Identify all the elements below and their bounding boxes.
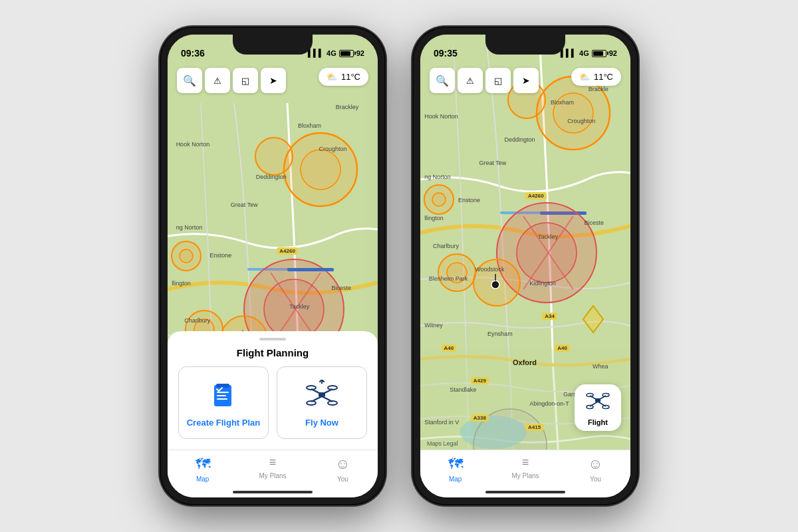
svg-point-4 [255,138,293,175]
svg-rect-19 [216,384,229,388]
phone-screen-left: Bloxham Brackley Hook Norton Croughton D… [168,35,378,497]
bottom-panel-left: Flight Planning Create [168,331,378,450]
svg-point-60 [602,394,609,397]
battery-left [339,50,354,57]
panel-title-left: Flight Planning [168,340,378,366]
create-plan-icon [207,378,240,411]
status-icons-left: ▍▍▍ 4G 92 [308,49,364,58]
road-badge-a429-r: A429 [471,377,489,384]
battery-right [592,50,606,57]
tab-you-right[interactable]: ☺ You [561,456,630,483]
layers-icon-right: ◱ [494,76,502,86]
panel-buttons-left: Create Flight Plan [168,366,378,450]
svg-point-49 [491,281,499,289]
signal-bars-right: ▍▍▍ [561,49,577,58]
notch-left [233,35,313,55]
svg-rect-21 [217,395,226,396]
toolbar-right: 🔍 ⚠ ◱ ➤ [430,68,539,93]
tab-plans-left[interactable]: ≡ My Plans [237,456,307,479]
road-badge-a34-r: A34 [542,313,557,320]
road-badge-a4260-r: A4260 [525,192,547,200]
road-badge-a415-r: A415 [525,424,543,431]
home-indicator-right [485,491,565,493]
network-type-left: 4G [327,49,336,57]
toolbar-left: 🔍 ⚠ ◱ ➤ [177,68,286,93]
filter-button-right[interactable]: ⚠ [458,68,483,93]
tab-you-left[interactable]: ☺ You [308,456,378,483]
left-phone: Bloxham Brackley Hook Norton Croughton D… [160,27,386,505]
navigate-icon-left: ➤ [269,75,277,86]
map-tab-icon-right: 🗺 [448,456,463,473]
layers-icon-left: ◱ [241,76,249,86]
svg-point-28 [307,386,316,390]
battery-pct-right: 92 [609,49,617,57]
fly-now-label: Fly Now [305,418,338,428]
flight-fab-label: Flight [588,418,608,426]
signal-bars-left: ▍▍▍ [308,49,324,58]
create-flight-plan-label: Create Flight Plan [187,418,261,428]
filter-icon-right: ⚠ [466,76,474,86]
weather-temp-left: 11°C [341,72,360,82]
svg-point-46 [517,223,577,283]
you-tab-label-left: You [337,475,348,483]
tab-plans-right[interactable]: ≡ My Plans [490,456,560,479]
battery-pct-left: 92 [356,49,364,57]
svg-rect-17 [287,268,334,271]
svg-point-38 [553,93,593,133]
weather-icon-left: ⛅ [327,72,337,82]
plans-tab-icon-left: ≡ [269,456,277,469]
search-button-left[interactable]: 🔍 [177,68,202,93]
svg-point-3 [301,150,340,190]
tab-map-right[interactable]: 🗺 Map [420,456,490,483]
flight-fab-icon-container [586,389,610,416]
status-time-left: 09:36 [181,48,205,59]
svg-point-30 [307,401,316,405]
svg-point-43 [447,263,467,283]
navigate-button-left[interactable]: ➤ [261,68,286,93]
search-icon-right: 🔍 [436,74,449,87]
svg-point-41 [432,193,446,206]
road-badge-a4260: A4260 [277,247,298,255]
fly-now-icon [305,378,338,411]
search-icon-left: 🔍 [183,74,196,87]
svg-point-6 [180,249,193,263]
search-button-right[interactable]: 🔍 [430,68,455,93]
svg-rect-22 [217,398,227,400]
svg-rect-20 [217,392,229,393]
svg-point-29 [328,386,337,390]
svg-point-61 [587,406,593,409]
layers-button-right[interactable]: ◱ [485,68,511,93]
plans-tab-icon-right: ≡ [522,456,529,469]
fly-now-button[interactable]: Fly Now [277,366,367,439]
weather-widget-left[interactable]: ⛅ 11°C [319,68,368,86]
tab-map-left[interactable]: 🗺 Map [168,456,237,483]
plans-tab-label-left: My Plans [259,472,286,479]
filter-button-left[interactable]: ⚠ [205,68,230,93]
svg-point-59 [587,394,593,397]
home-indicator-left [233,491,313,493]
map-tab-label-left: Map [196,475,209,483]
phone-screen-right: Bloxham Brackle Hook Norton Croughton De… [420,35,630,497]
layers-button-left[interactable]: ◱ [233,68,258,93]
weather-icon-right: ⛅ [579,72,590,82]
map-tab-label-right: Map [449,475,462,483]
map-attribution-right: Maps Legal [427,440,458,447]
svg-point-62 [602,406,609,409]
you-tab-icon-right: ☺ [588,456,602,473]
create-flight-plan-button[interactable]: Create Flight Plan [178,366,269,439]
road-badge-a40b-r: A40 [555,344,570,352]
you-tab-label-right: You [590,475,601,483]
notch-right [485,35,565,55]
svg-point-31 [328,401,337,405]
plans-tab-label-right: My Plans [511,472,539,479]
maps-text: Maps [427,440,442,447]
svg-point-11 [264,279,324,339]
navigate-icon-right: ➤ [522,75,530,86]
map-tab-icon-left: 🗺 [196,456,210,473]
weather-widget-right[interactable]: ⛅ 11°C [571,68,621,86]
filter-icon-left: ⚠ [213,76,221,86]
status-icons-right: ▍▍▍ 4G 92 [561,49,617,58]
battery-fill-left [340,51,350,56]
navigate-button-right[interactable]: ➤ [513,68,539,93]
flight-fab[interactable]: Flight [575,384,621,431]
